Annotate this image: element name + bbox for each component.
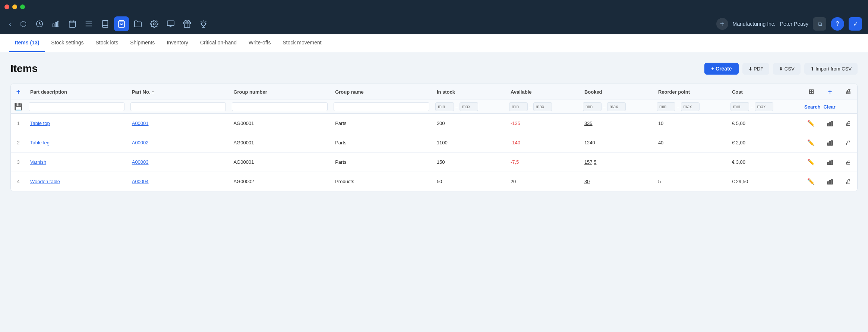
tab-inventory[interactable]: Inventory [161,34,194,52]
back-button[interactable]: ‹ [6,19,14,29]
tab-critical-on-hand[interactable]: Critical on-hand [194,34,243,52]
row-edit-1[interactable]: ✏️ [801,114,821,133]
row-part-description-2[interactable]: Table leg [26,133,127,153]
tab-stock-movement[interactable]: Stock movement [277,34,327,52]
filter-group-name[interactable] [331,100,432,114]
filter-group-name-input[interactable] [334,102,429,111]
import-csv-button[interactable]: ⬆ Import from CSV [804,63,858,75]
create-button[interactable]: + Create [704,63,739,75]
filter-in-stock-max[interactable] [460,102,478,111]
row-edit-3[interactable]: ✏️ [801,153,821,172]
chart-icon-btn[interactable] [48,16,63,31]
close-button[interactable] [4,4,9,9]
edit-button-1[interactable]: ✏️ [806,118,816,128]
row-chart-4[interactable] [821,172,839,191]
print-button-4[interactable]: 🖨 [844,177,853,187]
time-icon-btn[interactable] [32,16,47,31]
row-part-description-4[interactable]: Wooden table [26,172,127,191]
filter-part-no[interactable] [127,100,229,114]
tab-write-offs[interactable]: Write-offs [243,34,277,52]
chart-button-3[interactable] [825,157,835,167]
chart-button-1[interactable] [825,119,835,128]
gift-icon-btn[interactable] [180,16,195,31]
checkbox-button[interactable]: ✓ [849,17,862,31]
row-part-no-4[interactable]: A00004 [127,172,229,191]
gear-icon-btn[interactable] [147,16,162,31]
maximize-button[interactable] [20,4,25,9]
row-cost-3: € 3,00 [727,153,801,172]
row-chart-3[interactable] [821,153,839,172]
print-button-3[interactable]: 🖨 [844,157,853,167]
row-print-3[interactable]: 🖨 [839,153,857,172]
shop-icon-btn[interactable] [114,16,129,31]
th-add-row[interactable]: + [11,84,26,100]
tab-stock-settings[interactable]: Stock settings [45,34,89,52]
book-icon-btn[interactable] [98,16,113,31]
list-icon-btn[interactable] [81,16,96,31]
csv-button[interactable]: ⬇ CSV [773,63,800,75]
filter-group-number-input[interactable] [232,102,328,111]
filter-available-max[interactable] [533,102,552,111]
th-add-col[interactable]: + [821,84,839,100]
row-edit-2[interactable]: ✏️ [801,133,821,153]
row-print-4[interactable]: 🖨 [839,172,857,191]
folder-icon-btn[interactable] [130,16,145,31]
minimize-button[interactable] [12,4,17,9]
filter-reorder-min[interactable] [657,102,675,111]
row-booked-2: 1240 [580,133,654,153]
edit-button-3[interactable]: ✏️ [806,157,816,167]
row-part-no-2[interactable]: A00002 [127,133,229,153]
tab-shipments[interactable]: Shipments [124,34,161,52]
row-print-1[interactable]: 🖨 [839,114,857,133]
row-reorder-4: 5 [654,172,727,191]
th-part-no[interactable]: Part No. ↑ [127,84,229,100]
filter-group-number[interactable] [229,100,331,114]
filter-part-description[interactable] [26,100,127,114]
filter-cost-max[interactable] [755,102,773,111]
tab-stock-lots[interactable]: Stock lots [90,34,124,52]
filter-available[interactable]: – [506,100,580,114]
pdf-button[interactable]: ⬇ PDF [742,63,770,75]
chart-button-2[interactable] [825,138,835,148]
clear-link[interactable]: Clear [823,104,836,110]
filter-in-stock-min[interactable] [435,102,454,111]
print-button-1[interactable]: 🖨 [844,119,853,128]
filter-cost[interactable]: – [727,100,801,114]
filter-in-stock[interactable]: – [432,100,506,114]
row-chart-2[interactable] [821,133,839,153]
help-button[interactable]: ? [831,17,844,31]
filter-booked-max[interactable] [607,102,626,111]
layout-button[interactable]: ⧉ [813,17,826,31]
filter-reorder-max[interactable] [681,102,700,111]
filter-booked-min[interactable] [583,102,602,111]
print-button-2[interactable]: 🖨 [844,138,853,148]
row-print-2[interactable]: 🖨 [839,133,857,153]
bulb-icon-btn[interactable] [196,16,211,31]
edit-button-2[interactable]: ✏️ [806,138,816,148]
row-edit-4[interactable]: ✏️ [801,172,821,191]
filter-reorder-point[interactable]: – [654,100,727,114]
page-title: Items [10,63,38,75]
calendar-icon-btn[interactable] [65,16,80,31]
filter-part-description-input[interactable] [29,102,124,111]
filter-part-no-input[interactable] [130,102,226,111]
tab-items[interactable]: Items (13) [9,34,45,52]
row-part-no-1[interactable]: A00001 [127,114,229,133]
row-part-no-3[interactable]: A00003 [127,153,229,172]
filter-booked[interactable]: – [580,100,654,114]
edit-button-4[interactable]: ✏️ [806,176,816,187]
th-cost: Cost [727,84,801,100]
monitor-icon-btn[interactable] [163,16,178,31]
row-chart-1[interactable] [821,114,839,133]
search-link[interactable]: Search [804,104,820,110]
filter-available-min[interactable] [509,102,528,111]
row-part-description-1[interactable]: Table top [26,114,127,133]
filter-floppy[interactable]: 💾 [11,100,26,114]
row-part-description-3[interactable]: Varnish [26,153,127,172]
row-group-name-4: Products [331,172,432,191]
filter-cost-min[interactable] [730,102,749,111]
logo-icon-btn[interactable]: ⬡ [16,16,31,31]
th-booked: Booked [580,84,654,100]
add-button[interactable]: + [716,18,728,30]
chart-button-4[interactable] [825,177,835,187]
